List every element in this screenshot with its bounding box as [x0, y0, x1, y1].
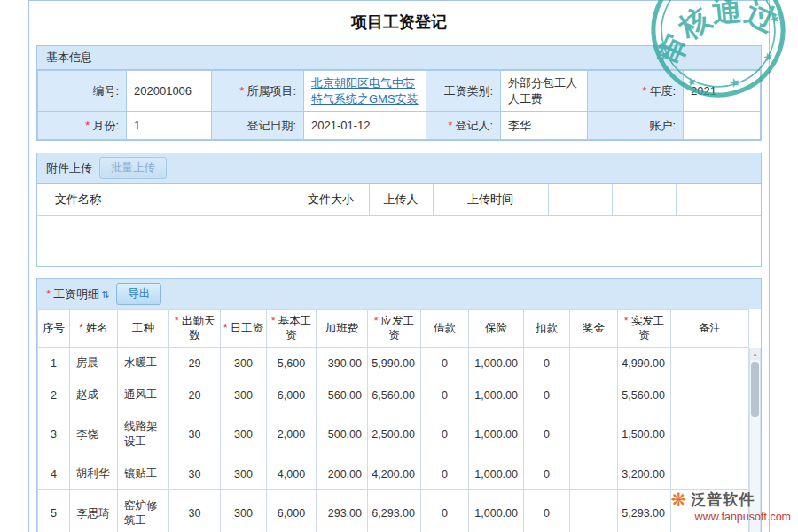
wage-table-row[interactable]: 4胡利华镶贴工303004,000200.004,200.0001,000.00…	[38, 458, 749, 490]
wage-cell: 6,000	[267, 490, 317, 532]
wage-cell: 560.00	[317, 379, 368, 411]
wage-column-header: *应发工资	[368, 310, 421, 348]
field-label-number: 编号:	[38, 71, 127, 112]
attachment-column-empty	[548, 184, 612, 216]
wage-details-header: *工资明细⇅ 导出	[37, 279, 761, 309]
star-icon: ★	[768, 11, 782, 27]
wage-table-row[interactable]: 5李思琦窑炉修筑工303006,000293.006,293.0001,000.…	[38, 490, 749, 532]
attachment-column-header: 上传人	[369, 184, 433, 216]
wage-cell: 200.00	[317, 458, 368, 490]
wage-cell: 水暖工	[118, 348, 169, 379]
wage-cell: 4,000	[267, 458, 317, 490]
required-marker: *	[448, 119, 452, 132]
wage-column-header: 保险	[469, 310, 524, 348]
field-label-month: *月份:	[38, 112, 127, 140]
wage-cell: 0	[421, 458, 469, 490]
required-marker: *	[374, 315, 379, 327]
scrollbar-thumb[interactable]	[751, 362, 759, 417]
attachment-column-header: 文件名称	[37, 184, 293, 216]
attachments-header-row: 文件名称文件大小上传人上传时间	[37, 184, 761, 216]
required-marker: *	[79, 322, 83, 334]
basic-info-header: 基本信息	[37, 46, 761, 70]
wage-column-header: *实发工资	[618, 310, 671, 348]
field-label-reg-date: 登记日期:	[212, 112, 304, 140]
wage-cell: 0	[421, 379, 469, 411]
attachment-column-empty	[676, 184, 761, 216]
required-marker: *	[85, 119, 90, 132]
wage-cell: 窑炉修筑工	[118, 490, 169, 532]
wage-header-row: 序号*姓名工种*出勤天数*日工资*基本工资加班费*应发工资借款保险扣款奖金*实发…	[38, 310, 749, 348]
field-value-project: 北京朝阳区电气中芯特气系统之GMS安装	[304, 71, 426, 112]
wage-cell: 30	[169, 490, 221, 532]
wage-cell: 1,000.00	[469, 458, 524, 490]
wage-cell	[671, 458, 749, 490]
wage-column-header: 加班费	[317, 310, 368, 348]
wage-cell: 0	[524, 490, 570, 532]
wage-cell: 300	[221, 411, 267, 458]
field-label-project: *所属项目:	[212, 71, 304, 112]
required-marker: *	[175, 315, 179, 327]
wage-details-section: *工资明细⇅ 导出 序号*姓名工种*出勤天数*日工资*基本工资加班费*应发工资借…	[36, 278, 762, 532]
vendor-name: 泛普软件	[691, 489, 755, 510]
wage-cell: 李饶	[70, 411, 118, 458]
attachments-header: 附件上传 批量上传	[37, 153, 761, 184]
basic-info-section: 基本信息 编号: 202001006 *所属项目: 北京朝阳区电气中芯特气系统之…	[36, 45, 762, 141]
vendor-logo-icon: ❋	[671, 490, 687, 509]
wage-cell: 3	[38, 411, 70, 458]
wage-cell: 300	[221, 348, 267, 379]
field-label-year: *年度:	[588, 71, 684, 112]
vendor-watermark: ❋ 泛普软件 www.fanpusoft.com	[671, 489, 791, 523]
wage-column-header: 备注	[671, 310, 749, 348]
wage-column-header: *姓名	[70, 310, 118, 348]
wage-cell: 5,990.00	[368, 348, 421, 379]
wage-column-header: 序号	[38, 310, 70, 348]
sort-icon[interactable]: ⇅	[101, 289, 109, 300]
wage-cell: 390.00	[317, 348, 368, 379]
wage-cell: 1,000.00	[469, 379, 524, 411]
field-value-reg-date: 2021-01-12	[304, 112, 426, 140]
wage-cell: 4	[38, 458, 70, 490]
wage-column-header: 扣款	[524, 310, 570, 348]
wage-cell: 4,200.00	[368, 458, 421, 490]
star-icon: ★	[762, 49, 776, 65]
field-value-year: 2021	[684, 71, 761, 112]
wage-cell: 1,000.00	[469, 348, 524, 379]
attachments-title: 附件上传	[46, 160, 92, 176]
attachment-column-header: 上传时间	[433, 184, 548, 216]
wage-column-header: *日工资	[221, 310, 267, 348]
wage-table-row[interactable]: 2赵成通风工203006,000560.006,560.0001,000.000…	[38, 379, 749, 411]
wage-cell: 2	[38, 379, 70, 411]
wage-cell	[570, 490, 618, 532]
wage-cell: 0	[524, 379, 570, 411]
batch-upload-button[interactable]: 批量上传	[99, 157, 167, 179]
wage-cell	[671, 411, 749, 458]
wage-cell: 300	[221, 379, 267, 411]
export-button[interactable]: 导出	[116, 283, 161, 305]
field-label-account: 账户:	[588, 112, 684, 140]
wage-cell: 4,990.00	[618, 348, 671, 379]
wage-cell: 通风工	[118, 379, 169, 411]
wage-cell: 1	[38, 348, 70, 379]
field-label-registrant: *登记人:	[426, 112, 501, 140]
wage-cell: 0	[421, 490, 469, 532]
wage-table-row[interactable]: 1房晨水暖工293005,600390.005,990.0001,000.000…	[38, 348, 749, 379]
attachments-section: 附件上传 批量上传 文件名称文件大小上传人上传时间	[36, 153, 762, 267]
attachments-empty-area	[37, 216, 761, 266]
attachment-column-header: 文件大小	[293, 184, 369, 216]
wage-cell: 线路架设工	[118, 411, 169, 458]
wage-cell: 500.00	[317, 411, 368, 458]
wage-cell: 5,293.00	[618, 490, 671, 532]
required-marker: *	[223, 322, 228, 334]
wage-table-row[interactable]: 3李饶线路架设工303002,000500.002,500.0001,000.0…	[38, 411, 749, 458]
scroll-up-icon[interactable]: ▲	[750, 348, 760, 360]
wage-cell	[570, 379, 618, 411]
wage-cell: 0	[421, 348, 469, 379]
wage-cell	[671, 348, 749, 379]
project-link[interactable]: 北京朝阳区电气中芯特气系统之GMS安装	[311, 76, 419, 106]
attachment-column-empty	[612, 184, 676, 216]
required-marker: *	[624, 315, 629, 327]
basic-info-title: 基本信息	[46, 50, 92, 66]
wage-cell: 293.00	[317, 490, 368, 532]
wage-cell: 6,560.00	[368, 379, 421, 411]
wage-cell: 5	[38, 490, 70, 532]
